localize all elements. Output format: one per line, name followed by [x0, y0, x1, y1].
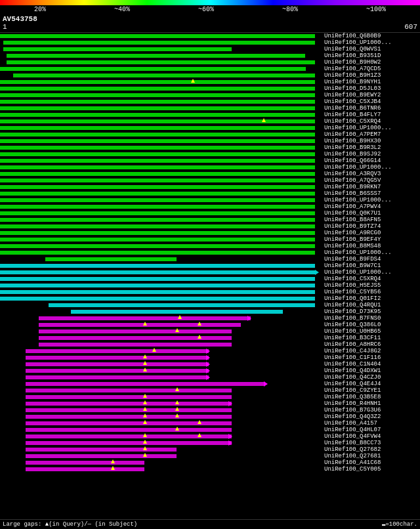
bar-container [0, 53, 322, 59]
sequence-label[interactable]: UniRef100_B9351D [322, 53, 420, 59]
alignment-bar [0, 113, 315, 117]
sequence-label[interactable]: UniRef100_C5YB56 [322, 289, 420, 295]
sequence-label[interactable]: UniRef100_D73K95 [322, 308, 420, 315]
sequence-label[interactable]: UniRef100_Q386L0 [322, 322, 420, 328]
sequence-label[interactable]: UniRef100_B9H0W2 [322, 59, 420, 66]
sequence-label[interactable]: UniRef100_B9HX30 [322, 138, 420, 144]
bar-container [0, 171, 322, 177]
sequence-label[interactable]: UniRef100_Q4FVW4 [322, 433, 420, 440]
sequence-label[interactable]: UniRef100_B6SSS7 [322, 190, 420, 197]
sequence-label[interactable]: UniRef100_UP1000... [322, 249, 420, 256]
sequence-label[interactable]: UniRef100_B9FDS4 [322, 256, 420, 263]
alignment-bar [0, 87, 315, 91]
bar-container [0, 190, 322, 197]
sequence-label[interactable]: UniRef100_C4J8G2 [322, 348, 420, 354]
bar-container [0, 420, 322, 427]
sequence-label[interactable]: UniRef100_C9ZYE1 [322, 387, 420, 394]
alignment-bar [26, 428, 232, 432]
sequence-label[interactable]: UniRef100_Q4RQU1 [322, 302, 420, 308]
sequence-label[interactable]: UniRef100_Q01FI2 [322, 295, 420, 302]
sequence-label[interactable]: UniRef100_A9RCG0 [322, 230, 420, 236]
sequence-label[interactable]: UniRef100_Q4E4J4 [322, 381, 420, 387]
bar-container [0, 348, 322, 354]
alignment-bar [26, 395, 232, 399]
arrow-right [206, 375, 210, 380]
sequence-label[interactable]: UniRef100_B9EF4Y [322, 236, 420, 243]
sequence-label[interactable]: UniRef100_UP1000... [322, 164, 420, 171]
sequence-label[interactable]: UniRef100_B6TNR6 [322, 105, 420, 112]
sequence-label[interactable]: UniRef100_A3RQV3 [322, 171, 420, 177]
sequence-label[interactable]: UniRef100_B9NYH1 [322, 79, 420, 85]
sequence-label[interactable]: UniRef100_R4HNH1 [322, 400, 420, 407]
sequence-label[interactable]: UniRef100_C5Y005 [322, 466, 420, 473]
sequence-label[interactable]: UniRef100_C5XRQ4 [322, 276, 420, 282]
sequence-label[interactable]: UniRef100_Q0K7U1 [322, 210, 420, 217]
sequence-label[interactable]: UniRef100_B7G3U6 [322, 407, 420, 413]
alignment-bar [26, 415, 232, 419]
bar-container [0, 158, 322, 164]
bar-container [0, 164, 322, 171]
sequence-label[interactable]: UniRef100_B9W7C1 [322, 263, 420, 269]
sequence-label[interactable]: UniRef100_B3CF11 [322, 335, 420, 341]
sequence-label[interactable]: UniRef100_B9R3L2 [322, 144, 420, 151]
bar-container [0, 112, 322, 118]
alignment-bar [26, 382, 264, 386]
sequence-label[interactable]: UniRef100_A8HRC6 [322, 341, 420, 348]
sequence-label[interactable]: UniRef100_B7FNS0 [322, 315, 420, 322]
alignment-bar [3, 41, 315, 45]
sequence-label[interactable]: UniRef100_B8AFN5 [322, 217, 420, 223]
sequence-label[interactable]: UniRef100_B9RKN7 [322, 184, 420, 190]
bar-container [0, 276, 322, 282]
sequence-label[interactable]: UniRef100_Q4HL07 [322, 427, 420, 433]
sequence-label[interactable]: UniRef100_Q4Q3Z2 [322, 413, 420, 420]
sequence-label[interactable]: UniRef100_Q6B0B9 [322, 33, 420, 39]
sequence-label[interactable]: UniRef100_Q27681 [322, 453, 420, 459]
gap-triangle [111, 466, 115, 470]
sequence-header: AV543758 1 607 [0, 14, 420, 33]
sequence-label[interactable]: UniRef100_A41C68 [322, 459, 420, 466]
bar-container [0, 413, 322, 420]
sequence-label[interactable]: UniRef100_UP1000... [322, 39, 420, 46]
sequence-label[interactable]: UniRef100_Q0WVS1 [322, 46, 420, 53]
sequence-label[interactable]: UniRef100_C5XJB4 [322, 98, 420, 105]
sequence-label[interactable]: UniRef100_Q3B5E8 [322, 394, 420, 400]
sequence-label[interactable]: UniRef100_A7QCD5 [322, 66, 420, 72]
gap-triangle [175, 427, 179, 431]
sequence-label[interactable]: UniRef100_C1F116 [322, 354, 420, 361]
sequence-label[interactable]: UniRef100_UP1000... [322, 125, 420, 131]
bar-container [0, 387, 322, 394]
sequence-label[interactable]: UniRef100_Q4DXW1 [322, 368, 420, 374]
alignment-bar [0, 198, 315, 202]
sequence-label[interactable]: UniRef100_A4157 [322, 420, 420, 427]
sequence-label[interactable]: UniRef100_B9EWY2 [322, 92, 420, 98]
sequence-label[interactable]: UniRef100_A7QG5V [322, 177, 420, 184]
sequence-label[interactable]: UniRef100_B9H1Z3 [322, 72, 420, 79]
sequence-label[interactable]: UniRef100_B9TZ74 [322, 223, 420, 230]
sequence-label[interactable]: UniRef100_B4FLY7 [322, 112, 420, 118]
bar-container [0, 39, 322, 46]
bar-container [0, 85, 322, 92]
sequence-label[interactable]: UniRef100_B8CC73 [322, 440, 420, 446]
sequence-label[interactable]: UniRef100_B9SJ92 [322, 151, 420, 158]
sequence-label[interactable]: UniRef100_A7PWV4 [322, 203, 420, 210]
sequence-label[interactable]: UniRef100_Q27682 [322, 446, 420, 453]
gap-triangle-2 [198, 420, 201, 424]
bar-container [0, 72, 322, 79]
sequence-label[interactable]: UniRef100_D5JL03 [322, 85, 420, 92]
sequence-label[interactable]: UniRef100_UP1000... [322, 197, 420, 203]
alignment-bar [0, 172, 315, 176]
sequence-label[interactable]: UniRef100_B8MS48 [322, 243, 420, 249]
sequence-label[interactable]: UniRef100_U0HB65 [322, 328, 420, 335]
bar-container [0, 407, 322, 413]
gap-triangle [191, 79, 195, 83]
alignment-bar [3, 47, 232, 51]
alignment-bar [0, 211, 315, 215]
sequence-label[interactable]: UniRef100_UP1000... [322, 269, 420, 276]
sequence-label[interactable]: UniRef100_Q66G14 [322, 158, 420, 164]
sequence-label[interactable]: UniRef100_C1N404 [322, 361, 420, 368]
sequence-label[interactable]: UniRef100_C5XRQ4 [322, 118, 420, 125]
sequence-label[interactable]: UniRef100_A7PEM7 [322, 131, 420, 138]
bar-container [0, 59, 322, 66]
sequence-label[interactable]: UniRef100_Q4CZJ0 [322, 374, 420, 381]
sequence-label[interactable]: UniRef100_H5EJS5 [322, 282, 420, 289]
